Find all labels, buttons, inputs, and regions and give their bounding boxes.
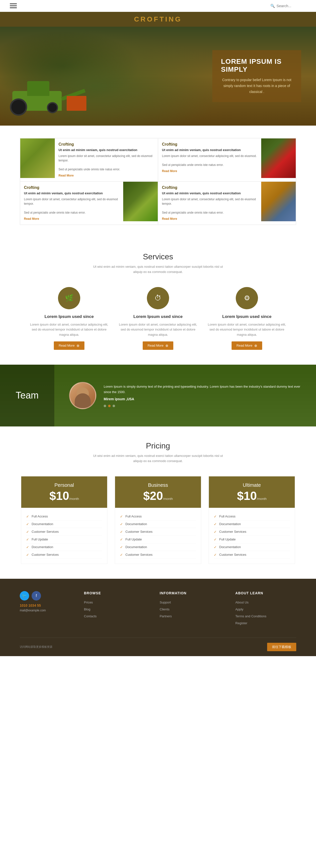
plan-price-ultimate: $10/month bbox=[214, 490, 290, 502]
service-icon-2: ⏱ bbox=[147, 287, 169, 309]
service-desc-1: Lorem ipsum dolor sit amet, consectetur … bbox=[30, 322, 109, 337]
team-avatar bbox=[69, 382, 96, 409]
footer-info-col: INFORMATION Support Clients Partners bbox=[160, 591, 221, 628]
price-header-ultimate: Ultimate $10/month bbox=[209, 476, 295, 508]
footer-browse-link-3[interactable]: Contacts bbox=[84, 614, 97, 618]
footer-browse-link-2[interactable]: Blog bbox=[84, 608, 90, 611]
services-grid: 🌿 Lorem Ipsum used since Lorem ipsum dol… bbox=[20, 287, 296, 350]
arrow-icon-1: ⊕ bbox=[76, 344, 79, 348]
check-icon: ✓ bbox=[214, 545, 217, 549]
service-title-1: Lorem Ipsum used since bbox=[30, 314, 109, 319]
footer-cta-button[interactable]: 前往下载模板 bbox=[267, 643, 296, 651]
gear-icon: ⚙ bbox=[244, 294, 250, 302]
content-grid: Crofting Ut enim ad minim veniam, quis n… bbox=[20, 138, 296, 225]
watermark-text: 访问网站获取更多模板资源 bbox=[20, 645, 52, 649]
grid-image-2 bbox=[261, 138, 296, 178]
feature-p-4: ✓Full Update bbox=[26, 536, 102, 544]
price-card-ultimate: Ultimate $10/month ✓Full Access ✓Documen… bbox=[209, 476, 295, 564]
footer-info-list: Support Clients Partners bbox=[160, 600, 221, 618]
footer-about-link-4[interactable]: Register bbox=[235, 621, 247, 625]
footer-bottom: 访问网站获取更多模板资源 前往下载模板 bbox=[20, 638, 296, 651]
price-header-personal: Personal $10/month bbox=[21, 476, 107, 508]
hamburger-menu[interactable] bbox=[10, 3, 17, 8]
carousel-dot-1[interactable] bbox=[104, 405, 106, 407]
read-more-1[interactable]: Read More bbox=[59, 174, 74, 177]
footer-brand: 🐦 f 1010 1034 55 mail@example.com bbox=[20, 591, 69, 628]
carousel-dot-3[interactable] bbox=[113, 405, 115, 407]
leaf-icon: 🌿 bbox=[65, 294, 74, 302]
pricing-grid: Personal $10/month ✓Full Access ✓Documen… bbox=[20, 476, 296, 564]
team-quote: Lorem Ipsum is simply dummy text of the … bbox=[104, 384, 301, 395]
search-input[interactable] bbox=[277, 4, 306, 8]
feature-b-5: ✓Documentation bbox=[120, 544, 196, 551]
hero-title: LOREM IPSUM IS SIMPLY bbox=[221, 58, 292, 73]
feature-p-2: ✓Documentation bbox=[26, 520, 102, 528]
feature-u-5: ✓Documentation bbox=[214, 544, 290, 551]
carousel-dot-2[interactable] bbox=[108, 405, 111, 407]
service-card-3: ⚙ Lorem Ipsum used since Lorem ipsum dol… bbox=[207, 287, 286, 350]
grid-subtitle-4: Ut enim ad minim veniam, quis nostrud ex… bbox=[162, 191, 257, 195]
twitter-button[interactable]: 🐦 bbox=[20, 591, 29, 600]
footer-info-link-1[interactable]: Support bbox=[160, 600, 171, 604]
grid-item-3: Crofting Ut enim ad minim veniam, quis n… bbox=[20, 182, 158, 225]
feature-u-6: ✓Customer Services bbox=[214, 551, 290, 559]
read-more-4[interactable]: Read More bbox=[162, 217, 177, 220]
footer-browse-list: Prices Blog Contacts bbox=[84, 600, 145, 618]
price-header-business: Business $20/month bbox=[115, 476, 201, 508]
check-icon: ✓ bbox=[214, 515, 217, 519]
service-btn-label-1: Read More bbox=[59, 344, 75, 347]
footer-email: mail@example.com bbox=[20, 609, 69, 612]
footer-about-link-3[interactable]: Terms and Conditions bbox=[235, 614, 267, 618]
grid-content-3: Crofting Ut enim ad minim veniam, quis n… bbox=[20, 182, 123, 224]
footer-browse-link-1[interactable]: Prices bbox=[84, 600, 93, 604]
plan-name-business: Business bbox=[120, 482, 196, 488]
hero-description: Contrary to popular belief Lorem Ipsum i… bbox=[221, 77, 292, 95]
service-btn-label-2: Read More bbox=[148, 344, 164, 347]
service-card-2: ⏱ Lorem Ipsum used since Lorem ipsum dol… bbox=[118, 287, 198, 350]
pricing-subtitle: Ut wisi enim ad minim veniam, quis nostr… bbox=[91, 454, 225, 464]
team-text-area: Lorem Ipsum is simply dummy text of the … bbox=[104, 384, 301, 407]
plan-price-business: $20/month bbox=[120, 490, 196, 502]
grid-section: Crofting Ut enim ad minim veniam, quis n… bbox=[0, 126, 316, 237]
search-area: 🔍 bbox=[270, 4, 306, 8]
feature-b-2: ✓Documentation bbox=[120, 520, 196, 528]
grid-image-1 bbox=[20, 138, 55, 178]
footer-about-item-2: Apply bbox=[235, 607, 296, 611]
check-icon: ✓ bbox=[120, 530, 123, 534]
footer-phone: 1010 1034 55 bbox=[20, 603, 69, 608]
read-more-3[interactable]: Read More bbox=[24, 217, 39, 220]
grid-subtitle-2: Ut enim ad minim veniam, quis nostrud ex… bbox=[162, 148, 257, 152]
footer-about-link-1[interactable]: About Us bbox=[235, 600, 248, 604]
grid-title-1: Crofting bbox=[59, 142, 154, 147]
feature-p-5: ✓Documentation bbox=[26, 544, 102, 551]
footer-top: 🐦 f 1010 1034 55 mail@example.com BROWSE… bbox=[20, 591, 296, 628]
footer-info-link-3[interactable]: Partners bbox=[160, 614, 172, 618]
service-btn-3[interactable]: Read More ⊕ bbox=[232, 341, 262, 350]
service-title-2: Lorem Ipsum used since bbox=[118, 314, 198, 319]
facebook-button[interactable]: f bbox=[32, 591, 41, 600]
footer-about-link-2[interactable]: Apply bbox=[235, 608, 243, 611]
footer-browse-item-1: Prices bbox=[84, 600, 145, 604]
brand-name: CROFTING bbox=[3, 15, 313, 23]
check-icon: ✓ bbox=[120, 553, 123, 557]
team-content: Lorem Ipsum is simply dummy text of the … bbox=[54, 365, 316, 427]
team-title: Team bbox=[16, 390, 39, 401]
plan-name-personal: Personal bbox=[26, 482, 102, 488]
read-more-2[interactable]: Read More bbox=[162, 169, 177, 173]
service-btn-1[interactable]: Read More ⊕ bbox=[54, 341, 84, 350]
footer-browse-item-2: Blog bbox=[84, 607, 145, 611]
footer-browse-title: BROWSE bbox=[84, 591, 145, 595]
arrow-icon-2: ⊕ bbox=[166, 344, 168, 348]
grid-body-2: Lorem ipsum dolor sit amet, consectetur … bbox=[162, 154, 257, 167]
feature-u-3: ✓Customer Services bbox=[214, 528, 290, 536]
price-features-ultimate: ✓Full Access ✓Documentation ✓Customer Se… bbox=[209, 508, 295, 564]
search-icon: 🔍 bbox=[270, 4, 275, 8]
service-btn-2[interactable]: Read More ⊕ bbox=[143, 341, 173, 350]
footer-browse-item-3: Contacts bbox=[84, 614, 145, 618]
footer-info-link-2[interactable]: Clients bbox=[160, 608, 170, 611]
arrow-icon-3: ⊕ bbox=[254, 344, 257, 348]
service-icon-3: ⚙ bbox=[236, 287, 258, 309]
grid-item-4: Crofting Ut enim ad minim veniam, quis n… bbox=[158, 182, 296, 225]
grid-image-3 bbox=[123, 182, 158, 221]
hero-tractor-illustration bbox=[7, 56, 91, 116]
